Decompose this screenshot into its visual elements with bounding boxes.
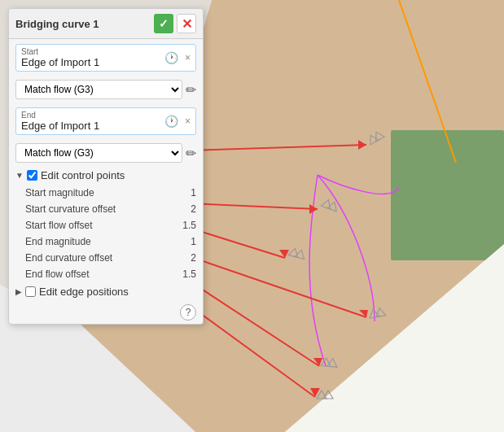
end-match-select[interactable]: Match flow (G3) (15, 143, 182, 163)
edit-edge-positions-section: ▶ Edit edge positions (9, 282, 203, 301)
confirm-button[interactable]: ✓ (154, 14, 173, 33)
control-label-4: End curvature offset (25, 252, 112, 264)
control-row: Start flow offset 1.5 (9, 217, 203, 233)
bridging-curve-panel: Bridging curve 1 ✓ ✕ Start Edge of Impor… (8, 8, 204, 325)
edit-edge-positions-checkbox[interactable] (25, 286, 36, 297)
cancel-button[interactable]: ✕ (177, 14, 196, 33)
start-input-group: Start Edge of Import 1 🕐 × (15, 44, 196, 72)
control-value-3: 1 (172, 236, 196, 247)
control-row: End curvature offset 2 (9, 250, 203, 266)
edit-control-points-label[interactable]: Edit control points (27, 169, 125, 181)
control-label-0: Start magnitude (25, 187, 94, 199)
control-label-3: End magnitude (25, 236, 91, 247)
control-value-2: 1.5 (172, 220, 196, 231)
edit-edge-positions-label[interactable]: Edit edge positions (25, 286, 129, 298)
start-clear-button[interactable]: × (185, 52, 191, 63)
help-row: ? (9, 301, 203, 324)
control-points-chevron[interactable]: ▼ (15, 171, 24, 180)
start-match-select[interactable]: Match flow (G3) (15, 80, 182, 99)
start-cursor-icon[interactable]: ✏ (186, 82, 196, 98)
edit-edge-positions-text: Edit edge positions (39, 286, 129, 298)
edit-control-points-section: ▼ Edit control points (9, 166, 203, 185)
panel-title: Bridging curve 1 (15, 18, 99, 30)
control-value-1: 2 (172, 203, 196, 215)
start-match-row: Match flow (G3) ✏ (9, 76, 203, 103)
control-value-5: 1.5 (172, 268, 196, 280)
header-buttons: ✓ ✕ (154, 14, 196, 33)
control-row: Start curvature offset 2 (9, 201, 203, 217)
start-input-row: Start Edge of Import 1 🕐 × (21, 47, 191, 68)
end-label: End (21, 111, 99, 120)
end-value: Edge of Import 1 (21, 120, 99, 132)
help-button[interactable]: ? (180, 304, 196, 321)
panel-body: Start Edge of Import 1 🕐 × Match flow (G… (9, 44, 203, 324)
control-label-1: Start curvature offset (25, 203, 116, 215)
control-row: End magnitude 1 (9, 233, 203, 250)
control-rows: Start magnitude 1 Start curvature offset… (9, 185, 203, 282)
edit-control-points-checkbox[interactable] (27, 170, 37, 181)
svg-rect-3 (391, 130, 504, 260)
control-row: End flow offset 1.5 (9, 266, 203, 282)
end-match-row: Match flow (G3) ✏ (9, 140, 203, 166)
start-history-icon[interactable]: 🕐 (164, 51, 178, 64)
panel-header: Bridging curve 1 ✓ ✕ (9, 9, 203, 39)
end-input-group: End Edge of Import 1 🕐 × (15, 107, 196, 135)
control-row: Start magnitude 1 (9, 185, 203, 201)
start-field: Start Edge of Import 1 (21, 47, 99, 68)
end-cursor-icon[interactable]: ✏ (186, 146, 196, 161)
control-value-0: 1 (172, 187, 196, 199)
control-value-4: 2 (172, 252, 196, 264)
end-history-icon[interactable]: 🕐 (164, 115, 178, 128)
edit-control-points-text: Edit control points (41, 169, 125, 181)
end-clear-button[interactable]: × (185, 116, 191, 127)
control-label-5: End flow offset (25, 268, 90, 280)
start-value: Edge of Import 1 (21, 56, 99, 68)
end-field: End Edge of Import 1 (21, 111, 99, 132)
control-label-2: Start flow offset (25, 220, 92, 231)
start-label: Start (21, 47, 99, 56)
edge-positions-chevron[interactable]: ▶ (15, 287, 22, 296)
end-input-row: End Edge of Import 1 🕐 × (21, 111, 191, 132)
